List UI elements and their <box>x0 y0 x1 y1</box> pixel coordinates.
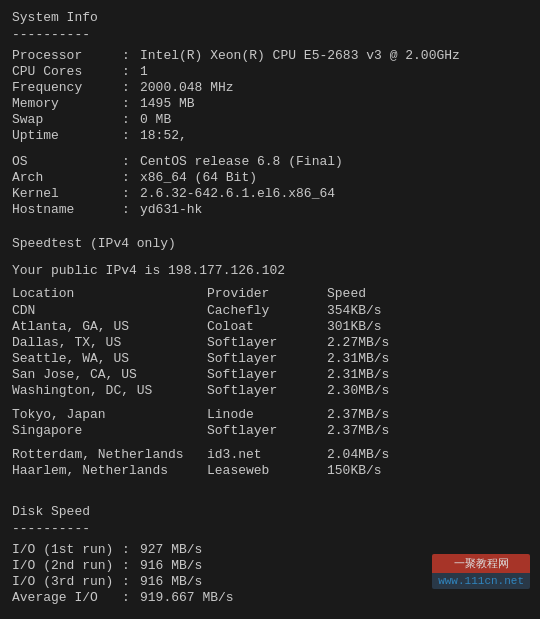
cdn-row: CDN Cachefly 354KB/s <box>12 303 528 318</box>
sanjose-speed: 2.31MB/s <box>327 367 528 382</box>
arch-value: x86_64 (64 Bit) <box>140 170 257 185</box>
rotterdam-speed: 2.04MB/s <box>327 447 528 462</box>
watermark: 一聚教程网 www.111cn.net <box>432 554 530 589</box>
singapore-row: Singapore Softlayer 2.37MB/s <box>12 423 528 438</box>
io-3rd-value: 916 MB/s <box>140 574 202 589</box>
frequency-row: Frequency : 2000.048 MHz <box>12 80 528 95</box>
system-info-section: System Info ---------- Processor : Intel… <box>12 10 528 217</box>
processor-label: Processor <box>12 48 122 63</box>
memory-row: Memory : 1495 MB <box>12 96 528 111</box>
speedtest-title: Speedtest (IPv4 only) <box>12 236 528 251</box>
seattle-location: Seattle, WA, US <box>12 351 207 366</box>
speedtest-section: Speedtest (IPv4 only) Your public IPv4 i… <box>12 236 528 478</box>
atlanta-row: Atlanta, GA, US Coloat 301KB/s <box>12 319 528 334</box>
sanjose-location: San Jose, CA, US <box>12 367 207 382</box>
os-colon: : <box>122 154 140 169</box>
io-2nd-value: 916 MB/s <box>140 558 202 573</box>
arch-row: Arch : x86_64 (64 Bit) <box>12 170 528 185</box>
watermark-bottom: www.111cn.net <box>432 573 530 589</box>
kernel-row: Kernel : 2.6.32-642.6.1.el6.x86_64 <box>12 186 528 201</box>
kernel-label: Kernel <box>12 186 122 201</box>
system-info-divider: ---------- <box>12 27 528 42</box>
rotterdam-provider: id3.net <box>207 447 327 462</box>
speed-table: Location Provider Speed CDN Cachefly 354… <box>12 286 528 478</box>
ipv4-value: 198.177.126.102 <box>168 263 285 278</box>
cpu-cores-value: 1 <box>140 64 148 79</box>
tokyo-row: Tokyo, Japan Linode 2.37MB/s <box>12 407 528 422</box>
disk-speed-title: Disk Speed <box>12 504 528 519</box>
kernel-value: 2.6.32-642.6.1.el6.x86_64 <box>140 186 335 201</box>
processor-value: Intel(R) Xeon(R) CPU E5-2683 v3 @ 2.00GH… <box>140 48 460 63</box>
swap-colon: : <box>122 112 140 127</box>
tokyo-speed: 2.37MB/s <box>327 407 528 422</box>
seattle-provider: Softlayer <box>207 351 327 366</box>
seattle-row: Seattle, WA, US Softlayer 2.31MB/s <box>12 351 528 366</box>
ipv4-label: Your public IPv4 is <box>12 263 160 278</box>
col-header-speed: Speed <box>327 286 528 301</box>
washington-provider: Softlayer <box>207 383 327 398</box>
io-1st-colon: : <box>122 542 140 557</box>
hostname-value: yd631-hk <box>140 202 202 217</box>
memory-colon: : <box>122 96 140 111</box>
atlanta-speed: 301KB/s <box>327 319 528 334</box>
memory-label: Memory <box>12 96 122 111</box>
hostname-colon: : <box>122 202 140 217</box>
disk-speed-divider: ---------- <box>12 521 528 536</box>
os-value: CentOS release 6.8 (Final) <box>140 154 343 169</box>
processor-colon: : <box>122 48 140 63</box>
cdn-location: CDN <box>12 303 207 318</box>
col-header-location: Location <box>12 286 207 301</box>
swap-label: Swap <box>12 112 122 127</box>
dallas-provider: Softlayer <box>207 335 327 350</box>
haarlem-provider: Leaseweb <box>207 463 327 478</box>
col-header-provider: Provider <box>207 286 327 301</box>
io-1st-value: 927 MB/s <box>140 542 202 557</box>
frequency-label: Frequency <box>12 80 122 95</box>
haarlem-location: Haarlem, Netherlands <box>12 463 207 478</box>
uptime-value: 18:52, <box>140 128 187 143</box>
hostname-label: Hostname <box>12 202 122 217</box>
swap-row: Swap : 0 MB <box>12 112 528 127</box>
os-row: OS : CentOS release 6.8 (Final) <box>12 154 528 169</box>
io-avg-value: 919.667 MB/s <box>140 590 234 605</box>
sanjose-provider: Softlayer <box>207 367 327 382</box>
haarlem-row: Haarlem, Netherlands Leaseweb 150KB/s <box>12 463 528 478</box>
io-avg-label: Average I/O <box>12 590 122 605</box>
frequency-value: 2000.048 MHz <box>140 80 234 95</box>
cpu-cores-colon: : <box>122 64 140 79</box>
io-2nd-colon: : <box>122 558 140 573</box>
singapore-provider: Softlayer <box>207 423 327 438</box>
system-info-title: System Info <box>12 10 528 25</box>
dallas-speed: 2.27MB/s <box>327 335 528 350</box>
memory-value: 1495 MB <box>140 96 195 111</box>
dallas-row: Dallas, TX, US Softlayer 2.27MB/s <box>12 335 528 350</box>
io-avg-row: Average I/O : 919.667 MB/s <box>12 590 528 605</box>
cpu-cores-label: CPU Cores <box>12 64 122 79</box>
rotterdam-location: Rotterdam, Netherlands <box>12 447 207 462</box>
washington-location: Washington, DC, US <box>12 383 207 398</box>
uptime-colon: : <box>122 128 140 143</box>
rotterdam-row: Rotterdam, Netherlands id3.net 2.04MB/s <box>12 447 528 462</box>
dallas-location: Dallas, TX, US <box>12 335 207 350</box>
ipv4-line: Your public IPv4 is 198.177.126.102 <box>12 263 528 278</box>
swap-value: 0 MB <box>140 112 171 127</box>
cpu-cores-row: CPU Cores : 1 <box>12 64 528 79</box>
cdn-provider: Cachefly <box>207 303 327 318</box>
washington-speed: 2.30MB/s <box>327 383 528 398</box>
atlanta-location: Atlanta, GA, US <box>12 319 207 334</box>
io-3rd-colon: : <box>122 574 140 589</box>
arch-colon: : <box>122 170 140 185</box>
uptime-row: Uptime : 18:52, <box>12 128 528 143</box>
cdn-speed: 354KB/s <box>327 303 528 318</box>
processor-row: Processor : Intel(R) Xeon(R) CPU E5-2683… <box>12 48 528 63</box>
singapore-speed: 2.37MB/s <box>327 423 528 438</box>
atlanta-provider: Coloat <box>207 319 327 334</box>
io-avg-colon: : <box>122 590 140 605</box>
frequency-colon: : <box>122 80 140 95</box>
watermark-top: 一聚教程网 <box>432 554 530 573</box>
tokyo-location: Tokyo, Japan <box>12 407 207 422</box>
tokyo-provider: Linode <box>207 407 327 422</box>
uptime-label: Uptime <box>12 128 122 143</box>
singapore-location: Singapore <box>12 423 207 438</box>
io-3rd-label: I/O (3rd run) <box>12 574 122 589</box>
